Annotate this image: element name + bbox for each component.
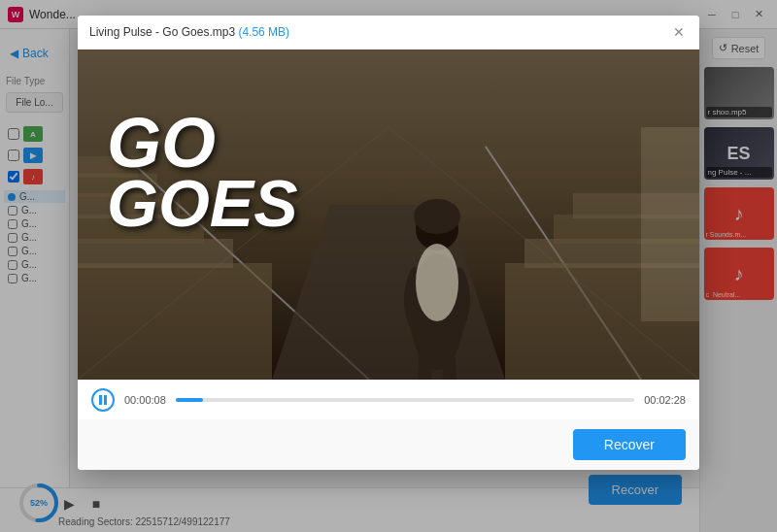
person-group <box>410 199 464 380</box>
svg-point-20 <box>414 199 460 234</box>
recover-button[interactable]: Recover <box>573 429 686 460</box>
time-total: 00:02:28 <box>644 394 686 406</box>
pause-bar-left <box>99 395 102 405</box>
go-text: GO GOES <box>107 108 298 236</box>
svg-rect-23 <box>641 127 699 321</box>
video-preview: GO GOES <box>78 50 699 380</box>
modal-title: Living Pulse - Go Goes.mp3 (4.56 MB) <box>89 25 289 39</box>
modal-dialog: Living Pulse - Go Goes.mp3 (4.56 MB) ✕ <box>78 16 699 470</box>
modal-close-button[interactable]: ✕ <box>670 23 688 41</box>
svg-point-21 <box>416 244 458 321</box>
recover-area: Recover <box>78 419 699 470</box>
go-line2: GOES <box>107 170 298 236</box>
modal-title-bar: Living Pulse - Go Goes.mp3 (4.56 MB) ✕ <box>78 16 699 50</box>
time-current: 00:00:08 <box>124 394 166 406</box>
pause-bar-right <box>104 395 107 405</box>
pause-icon <box>99 395 107 405</box>
svg-rect-7 <box>78 263 272 380</box>
play-pause-button[interactable] <box>91 388 115 412</box>
progress-bar[interactable] <box>176 398 634 402</box>
app-container: W Wonde... ─ □ ✕ ◀ Back File Type File L… <box>0 0 777 532</box>
progress-bar-fill <box>176 398 203 402</box>
modal-file-size: (4.56 MB) <box>238 25 289 39</box>
modal-overlay: Living Pulse - Go Goes.mp3 (4.56 MB) ✕ <box>0 0 777 532</box>
player-bar: 00:00:08 00:02:28 <box>78 380 699 419</box>
